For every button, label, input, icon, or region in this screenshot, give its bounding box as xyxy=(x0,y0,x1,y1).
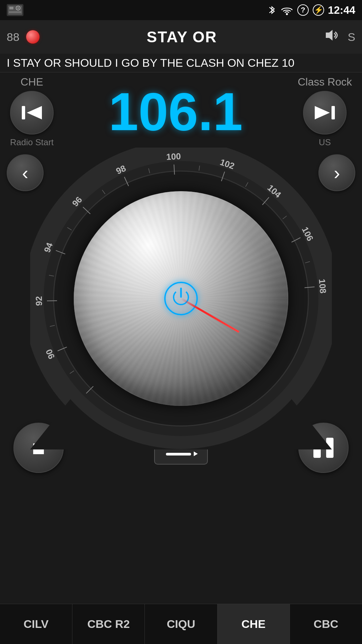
svg-text:108: 108 xyxy=(317,278,328,294)
nav-right-icon: › xyxy=(334,162,340,184)
nav-left-button[interactable]: ‹ xyxy=(7,154,44,191)
station-tab-cilv[interactable]: CILV xyxy=(0,604,72,644)
svg-text:⚡: ⚡ xyxy=(314,5,323,14)
svg-rect-13 xyxy=(22,106,25,119)
us-label: US xyxy=(319,137,331,148)
radio-app-icon xyxy=(7,4,23,16)
svg-rect-2 xyxy=(9,7,13,9)
station-tab-cbc[interactable]: CBC xyxy=(290,604,362,644)
status-bar: ? ⚡ 12:44 xyxy=(0,0,362,20)
svg-marker-67 xyxy=(194,451,198,456)
station-tab-cilv-label: CILV xyxy=(23,618,49,631)
svg-marker-11 xyxy=(326,30,333,41)
svg-marker-14 xyxy=(315,106,330,119)
freq-small-label: 88 xyxy=(7,31,19,44)
header-right: S xyxy=(324,29,355,45)
nav-row: ‹ › xyxy=(0,154,362,191)
station-tab-cbc-r2[interactable]: CBC R2 xyxy=(72,604,145,644)
next-button[interactable] xyxy=(303,91,347,135)
svg-rect-5 xyxy=(9,11,21,13)
status-time: 12:44 xyxy=(328,4,355,16)
station-tabs: CILV CBC R2 CIQU CHE CBC xyxy=(0,604,362,644)
svg-line-25 xyxy=(47,301,57,301)
recording-dot xyxy=(26,30,40,44)
ticker-text: I STAY OR SHOULD I GO BY THE CLASH ON CH… xyxy=(7,56,294,69)
prev-button[interactable] xyxy=(10,91,54,135)
wifi-icon xyxy=(280,4,294,16)
station-tab-cbc-label: CBC xyxy=(314,618,339,631)
svg-marker-12 xyxy=(27,106,42,119)
status-icons: ? ⚡ 12:44 xyxy=(267,4,355,16)
status-bar-left xyxy=(7,4,23,16)
nav-left-icon: ‹ xyxy=(22,162,28,184)
station-tab-ciqu[interactable]: CIQU xyxy=(145,604,217,644)
dial-container: 88 90 92 94 96 xyxy=(0,181,362,416)
question-icon: ? xyxy=(297,4,309,16)
volume-icon[interactable] xyxy=(324,29,341,45)
station-tab-ciqu-label: CIQU xyxy=(167,618,195,631)
svg-point-6 xyxy=(286,13,288,15)
svg-rect-15 xyxy=(331,106,335,119)
station-tab-che-label: CHE xyxy=(241,618,265,631)
station-label-left: CHE xyxy=(20,76,43,88)
genre-label: Class Rock xyxy=(298,76,352,88)
nav-right-button[interactable]: › xyxy=(318,154,355,191)
header-s-label: S xyxy=(348,31,355,44)
ticker-bar: I STAY OR SHOULD I GO BY THE CLASH ON CH… xyxy=(0,54,362,72)
header-title: STAY OR xyxy=(147,28,217,46)
battery-icon: ⚡ xyxy=(312,4,324,16)
station-tab-cbc-r2-label: CBC R2 xyxy=(87,618,130,631)
dial-knob[interactable] xyxy=(74,191,288,406)
bluetooth-icon xyxy=(267,4,277,16)
frequency-display: 106.1 xyxy=(109,85,243,139)
svg-text:92: 92 xyxy=(34,296,44,306)
svg-point-4 xyxy=(17,7,19,9)
radio-start-label: Radio Start xyxy=(10,137,54,148)
top-header: 88 STAY OR S xyxy=(0,20,362,54)
svg-rect-66 xyxy=(166,453,191,455)
header-left: 88 xyxy=(7,30,40,44)
svg-text:?: ? xyxy=(301,6,305,14)
station-tab-che[interactable]: CHE xyxy=(218,604,290,644)
